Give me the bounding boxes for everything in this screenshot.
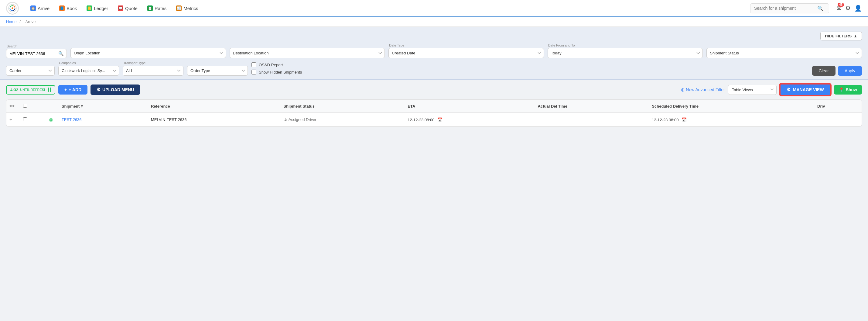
arrive-icon: 🏠 <box>30 5 36 11</box>
scheduled-delivery-time-header: Scheduled Delivery Time <box>652 104 699 109</box>
nav-item-quote[interactable]: 💬 Quote <box>114 3 142 13</box>
th-target <box>44 100 57 113</box>
date-type-select[interactable]: Created Date <box>389 48 544 58</box>
scheduled-delivery-calendar-icon[interactable]: 📅 <box>682 117 687 122</box>
row-scheduled-delivery-time: 12-12-23 08:00 📅 <box>648 113 813 126</box>
clear-filters-button[interactable]: Clear <box>812 66 836 76</box>
nav-metrics-label: Metrics <box>183 6 198 11</box>
filter-actions: Clear Apply <box>812 66 862 76</box>
select-all-checkbox[interactable] <box>23 104 27 108</box>
metrics-icon: 📊 <box>176 5 182 11</box>
row-shipment-status: UnAssigned Driver <box>279 113 403 126</box>
nav-actions: ✉ 45 ⚙ 👤 <box>836 5 862 12</box>
hide-filters-button[interactable]: HIDE FILTERS ▲ <box>820 32 862 40</box>
carrier-select[interactable]: Carrier <box>6 66 55 76</box>
th-row-actions <box>31 100 44 113</box>
nav-item-metrics[interactable]: 📊 Metrics <box>172 3 202 13</box>
checkbox-group: OS&D Report Show Hidden Shipments <box>251 61 302 76</box>
breadcrumb-current: Arrive <box>26 20 36 24</box>
destination-location-select[interactable]: Destination Location <box>229 48 385 58</box>
table-header: ••• Shipment # Reference Shipment Status <box>6 100 862 113</box>
nav-item-ledger[interactable]: 📒 Ledger <box>82 3 112 13</box>
row-target-cell: ◎ <box>44 113 57 126</box>
ledger-icon: 📒 <box>87 5 92 11</box>
eta-calendar-icon[interactable]: 📅 <box>437 117 442 122</box>
row-expand-icon[interactable]: + <box>9 117 12 122</box>
nav-book-label: Book <box>66 6 77 11</box>
nav-item-arrive[interactable]: 🏠 Arrive <box>26 3 54 13</box>
svg-point-1 <box>11 7 13 9</box>
advanced-filter-label: New Advanced Filter <box>686 87 725 92</box>
date-from-label: Date From and To <box>548 43 703 47</box>
date-range-select[interactable]: Today <box>548 48 703 58</box>
scheduled-delivery-time-value: 12-12-23 08:00 <box>652 118 679 122</box>
plus-icon: + <box>64 87 67 92</box>
account-icon[interactable]: 👤 <box>854 5 862 12</box>
osd-report-checkbox-item[interactable]: OS&D Report <box>251 62 302 67</box>
row-context-menu-icon[interactable]: ⋮ <box>35 117 40 122</box>
hidden-shipments-checkbox-item[interactable]: Show Hidden Shipments <box>251 69 302 75</box>
transport-type-select[interactable]: ALL <box>123 66 183 76</box>
show-button[interactable]: 📍 Show <box>834 85 862 94</box>
transport-type-group: Transport Type ALL <box>123 61 183 76</box>
carrier-group: Carrier <box>6 66 55 76</box>
search-filter-input[interactable] <box>9 51 57 56</box>
filter-row-1: Search 🔍 Origin Location Destination Loc… <box>6 43 862 58</box>
add-button[interactable]: + + ADD <box>58 85 88 94</box>
filter-panel-header: HIDE FILTERS ▲ <box>6 32 862 40</box>
breadcrumb-home[interactable]: Home <box>6 20 17 24</box>
logo[interactable] <box>6 2 19 14</box>
filter-row-2: Carrier Companies Clockwork Logistics Sy… <box>6 61 862 76</box>
shipment-status-select[interactable]: Shipment Status <box>706 48 862 58</box>
date-type-group: Date Type Created Date <box>389 43 544 58</box>
row-shipment-number[interactable]: TEST-2636 <box>57 113 147 126</box>
search-input[interactable] <box>754 6 815 11</box>
origin-location-select[interactable]: Origin Location <box>70 48 226 58</box>
th-eta: ETA <box>403 100 533 113</box>
status-badge: UnAssigned Driver <box>283 117 316 122</box>
order-type-group: Order Type <box>187 66 248 76</box>
manage-view-label: MANAGE VIEW <box>793 87 824 92</box>
shipments-table-container: ••• Shipment # Reference Shipment Status <box>6 99 862 127</box>
breadcrumb-separator: / <box>20 20 21 24</box>
order-type-select[interactable]: Order Type <box>187 66 248 76</box>
th-options: ••• <box>6 100 19 113</box>
osd-report-checkbox[interactable] <box>251 62 256 67</box>
column-options-icon[interactable]: ••• <box>9 104 14 109</box>
manage-view-button[interactable]: ⚙ MANAGE VIEW <box>780 84 831 96</box>
row-checkbox-cell <box>19 113 31 126</box>
upload-menu-button[interactable]: ⚙ UPLOAD MENU <box>91 85 140 95</box>
advanced-filter-link[interactable]: ⊕ New Advanced Filter <box>681 87 725 93</box>
timer-label: UNTIL REFRESH <box>20 88 46 91</box>
nav-item-rates[interactable]: 📋 Rates <box>143 3 171 13</box>
content-area: 4:32 UNTIL REFRESH + + ADD ⚙ UPLOAD MENU… <box>0 80 868 130</box>
table-views-select[interactable]: Table Views <box>728 85 777 95</box>
chevron-up-icon: ▲ <box>854 34 857 38</box>
shipment-number-header: Shipment # <box>62 104 83 109</box>
action-bar: 4:32 UNTIL REFRESH + + ADD ⚙ UPLOAD MENU… <box>6 84 862 96</box>
apply-filters-button[interactable]: Apply <box>838 66 862 76</box>
driver-header: Driv <box>817 104 825 109</box>
row-target-icon[interactable]: ◎ <box>49 117 53 122</box>
pause-icon[interactable] <box>48 88 51 92</box>
notification-button[interactable]: ✉ 45 <box>836 5 842 12</box>
th-scheduled-delivery-time: Scheduled Delivery Time <box>648 100 813 113</box>
action-bar-right: ⊕ New Advanced Filter Table Views ⚙ MANA… <box>681 84 862 96</box>
osd-label: OS&D Report <box>259 63 283 67</box>
search-filter-icon: 🔍 <box>58 51 63 56</box>
book-icon: 📘 <box>59 5 65 11</box>
companies-select[interactable]: Clockwork Logistics Sy... <box>58 66 119 76</box>
shipment-status-group: Shipment Status <box>706 48 862 58</box>
actual-del-time-header: Actual Del Time <box>538 104 567 109</box>
row-driver: - <box>813 113 862 126</box>
upload-gear-icon: ⚙ <box>97 87 100 92</box>
th-checkbox <box>19 100 31 113</box>
nav-arrive-label: Arrive <box>38 6 50 11</box>
nav-item-book[interactable]: 📘 Book <box>55 3 81 13</box>
filter-panel: HIDE FILTERS ▲ Search 🔍 Origin Location … <box>0 27 868 80</box>
notification-badge: 45 <box>838 3 844 7</box>
nav-items: 🏠 Arrive 📘 Book 📒 Ledger 💬 Quote 📋 Rates… <box>26 3 748 13</box>
hidden-shipments-checkbox[interactable] <box>251 69 256 75</box>
row-select-checkbox[interactable] <box>23 117 27 121</box>
settings-icon[interactable]: ⚙ <box>845 5 851 12</box>
